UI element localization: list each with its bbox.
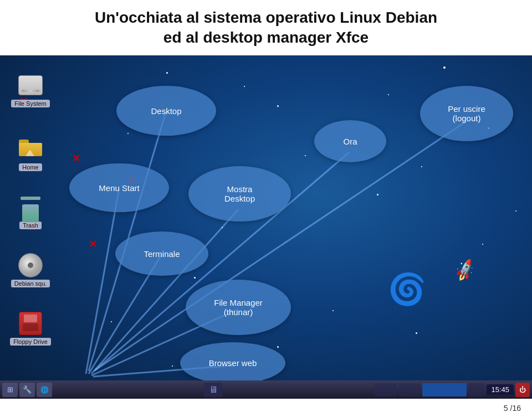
bubble-desktop-label: Desktop (151, 106, 181, 116)
red-x-mark: ✕ (72, 152, 80, 164)
star (111, 321, 112, 322)
trash-icon-img (17, 194, 44, 220)
star (172, 365, 173, 367)
floppy-label: Floppy Drive (10, 338, 51, 346)
title-line2: ed al desktop manager Xfce (163, 29, 369, 46)
star (194, 277, 196, 279)
taskbar-block4 (468, 383, 485, 397)
home-label: Home (19, 163, 42, 171)
bubble-file-manager: File Manager (thunar) (186, 280, 291, 335)
star (443, 66, 446, 69)
trash-lid (21, 197, 40, 200)
red-x-mark: ✕ (89, 238, 97, 250)
star (222, 227, 223, 228)
bubble-mostra-desktop: Mostra Desktop (188, 166, 291, 222)
star (305, 155, 306, 156)
bubble-file-manager-label: File Manager (thunar) (214, 298, 263, 317)
home-icon-img (17, 136, 44, 162)
folder-shape (19, 140, 42, 158)
taskbar: ⊞ 🔧 🌐 🖥 15:45 ⏻ (0, 380, 532, 399)
filesystem-label: File System (11, 100, 49, 107)
floppy-icon-img (17, 310, 44, 337)
trash-shape (21, 195, 40, 219)
cd-icon-img (17, 252, 44, 279)
star (416, 332, 417, 334)
star (244, 86, 245, 87)
filesystem-icon[interactable]: File System (6, 72, 55, 107)
trash-body (22, 204, 39, 222)
trash-label: Trash (19, 222, 42, 229)
bubble-per-uscire: Per uscire (logout) (420, 86, 513, 141)
cd-hole (28, 262, 33, 268)
debian-icon[interactable]: Debian squ. (6, 252, 55, 287)
taskbar-btn3[interactable]: 🌐 (37, 383, 52, 397)
cd-shape (18, 253, 43, 277)
trash-icon-wrapper[interactable]: Trash (6, 194, 55, 229)
page-number-text: 5 /16 (504, 404, 521, 413)
page-number-area: 5 /16 (0, 399, 532, 417)
title-line1: Un'occhiata al sistema operativo Linux D… (95, 9, 437, 26)
star (166, 72, 168, 74)
star (277, 105, 279, 107)
bubble-desktop: Desktop (116, 86, 216, 136)
star (127, 133, 129, 134)
bubble-ora-label: Ora (343, 137, 357, 146)
spiral-decoration: 🌀 (388, 271, 426, 307)
bubble-menu-start-label: Menu Start (99, 183, 139, 193)
taskbar-end-btn[interactable]: ⏻ (515, 383, 530, 397)
star (421, 166, 422, 167)
taskbar-btn2[interactable]: 🔧 (19, 383, 35, 397)
taskbar-monitor[interactable]: 🖥 (204, 383, 223, 397)
desktop-area: ✕ ✕ ✕ ✕ ✕ File System Home Tr (0, 55, 532, 399)
star (388, 94, 389, 95)
taskbar-block2 (398, 383, 421, 397)
bubble-browser-web-label: Browser web (209, 358, 257, 368)
bubble-browser-web: Browser web (180, 342, 285, 384)
taskbar-right: 15:45 ⏻ (375, 383, 530, 397)
slide-title: Un'occhiata al sistema operativo Linux D… (95, 8, 437, 48)
hdd-shape (18, 75, 43, 95)
floppy-shape (19, 312, 42, 335)
star (332, 310, 334, 311)
taskbar-block3 (422, 383, 467, 397)
star (277, 346, 279, 348)
taskbar-center: 🖥 (54, 383, 373, 397)
star (482, 244, 483, 245)
star (515, 210, 516, 212)
folder-body (19, 143, 42, 156)
taskbar-block1 (375, 383, 397, 397)
star (377, 194, 378, 195)
filesystem-icon-img (17, 72, 44, 99)
bubble-ora: Ora (314, 120, 386, 162)
home-icon[interactable]: Home (6, 136, 55, 171)
spaceship-decoration: 🚀 (452, 258, 478, 283)
bubble-mostra-desktop-label: Mostra Desktop (224, 184, 255, 203)
debian-label: Debian squ. (11, 280, 50, 287)
floppy-icon-wrapper[interactable]: Floppy Drive (6, 310, 55, 346)
bubble-terminale-label: Terminale (144, 249, 180, 259)
taskbar-start-btn[interactable]: ⊞ (2, 383, 18, 397)
title-area: Un'occhiata al sistema operativo Linux D… (0, 0, 532, 55)
svg-line-1 (86, 188, 119, 374)
taskbar-time-display: 15:45 (487, 384, 514, 395)
folder-arrow (25, 150, 34, 156)
bubble-menu-start: Menu Start (69, 163, 169, 212)
bubble-terminale: Terminale (115, 231, 208, 276)
bubble-per-uscire-label: Per uscire (logout) (448, 104, 485, 123)
